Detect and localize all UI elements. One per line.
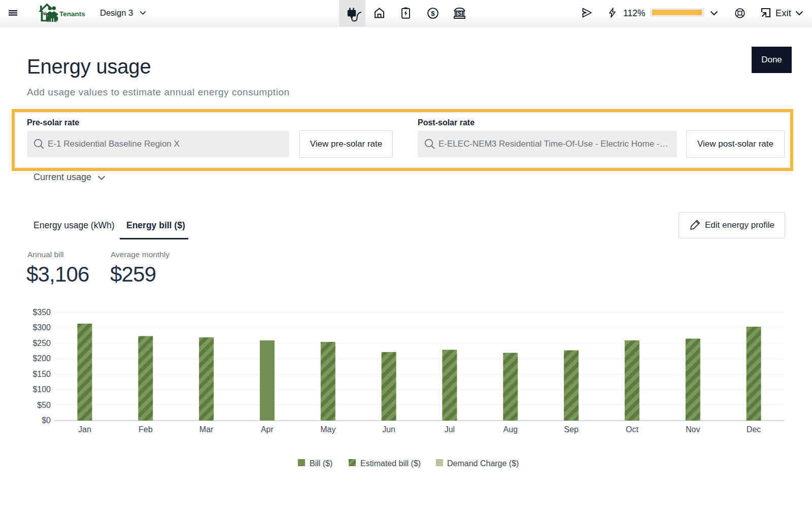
svg-text:Jan: Jan [78,425,91,434]
svg-text:Apr: Apr [261,425,274,434]
svg-text:Aug: Aug [503,425,518,434]
svg-text:$0: $0 [42,416,51,425]
svg-text:Jul: Jul [445,425,455,434]
svg-text:$150: $150 [32,370,51,378]
svg-text:Nov: Nov [686,425,700,434]
svg-text:Jun: Jun [382,425,395,434]
svg-text:$: $ [431,10,435,17]
svg-text:$50: $50 [37,401,51,409]
svg-text:$: $ [458,10,462,17]
svg-text:$350: $350 [32,308,51,317]
svg-text:$250: $250 [32,339,51,347]
svg-text:Oct: Oct [626,425,638,434]
svg-text:$100: $100 [32,385,51,394]
svg-text:Feb: Feb [139,425,153,434]
svg-text:Dec: Dec [747,425,761,434]
svg-text:Sep: Sep [564,425,579,434]
svg-text:$200: $200 [32,354,51,363]
svg-text:May: May [320,425,335,434]
svg-text:$300: $300 [32,323,51,332]
svg-text:Mar: Mar [199,425,214,434]
